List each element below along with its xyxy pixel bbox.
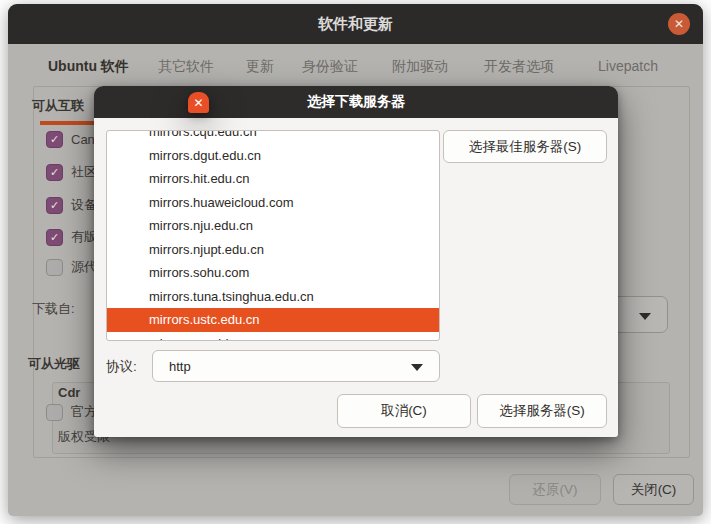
protocol-label: 协议: <box>106 358 137 376</box>
screen: 软件和更新 ✕ Ubuntu 软件 其它软件 更新 身份验证 附加驱动 开发者选… <box>0 0 711 524</box>
checkbox-unchecked-icon[interactable]: ✓ <box>46 259 63 276</box>
checkbox-checked-icon[interactable]: ✓ <box>46 164 63 181</box>
select-server-button[interactable]: 选择服务器(S) <box>477 394 607 428</box>
check-glyph: ✓ <box>50 199 59 212</box>
window-title: 软件和更新 <box>318 15 393 34</box>
protocol-value: http <box>153 359 191 374</box>
tab-authentication[interactable]: 身份验证 <box>302 58 358 76</box>
check-glyph: ✓ <box>50 406 59 419</box>
select-best-server-label: 选择最佳服务器(S) <box>469 138 582 156</box>
checkbox-row-canonical[interactable]: ✓ Can <box>46 131 95 148</box>
mirror-row[interactable]: mirrors.tuna.tsinghua.edu.cn <box>107 285 439 309</box>
checkbox-checked-icon[interactable]: ✓ <box>46 197 63 214</box>
tab-livepatch[interactable]: Livepatch <box>598 58 658 74</box>
mirror-row[interactable]: mirrors.cqu.edu.cn <box>107 130 439 144</box>
tab-additional-drivers[interactable]: 附加驱动 <box>392 58 448 76</box>
check-glyph: ✓ <box>50 166 59 179</box>
checkbox-row-cdrom-official[interactable]: ✓ 官方 <box>46 403 97 421</box>
download-from-label: 下载自: <box>32 300 75 318</box>
choose-server-dialog: 选择下载服务器 ✕ mirrors.cqu.edu.cnmirrors.dgut… <box>94 86 618 437</box>
checkbox-label: Can <box>71 132 95 147</box>
mirror-list[interactable]: mirrors.cqu.edu.cnmirrors.dgut.edu.cnmir… <box>106 130 440 341</box>
mirror-row[interactable]: mirrors.yun-idc.com <box>107 332 439 342</box>
checkbox-checked-icon[interactable]: ✓ <box>46 229 63 246</box>
cdrom-title: Cdr <box>58 385 80 400</box>
check-glyph: ✓ <box>50 261 59 274</box>
check-glyph: ✓ <box>50 133 59 146</box>
tab-bar: Ubuntu 软件 其它软件 更新 身份验证 附加驱动 开发者选项 Livepa… <box>8 44 703 90</box>
mirror-row[interactable]: mirrors.njupt.edu.cn <box>107 238 439 262</box>
mirror-row[interactable]: mirrors.hit.edu.cn <box>107 167 439 191</box>
check-glyph: ✓ <box>50 231 59 244</box>
mirror-row[interactable]: mirrors.nju.edu.cn <box>107 214 439 238</box>
chevron-down-icon <box>639 313 651 320</box>
tab-ubuntu-software[interactable]: Ubuntu 软件 <box>48 58 129 76</box>
checkbox-row-devices[interactable]: ✓ 设备 <box>46 196 97 214</box>
mirror-row[interactable]: mirrors.huaweicloud.com <box>107 191 439 215</box>
cancel-button[interactable]: 取消(C) <box>337 394 471 428</box>
close-glyph: ✕ <box>193 97 203 109</box>
protocol-dropdown[interactable]: http <box>152 350 440 382</box>
checkbox-row-restricted[interactable]: ✓ 有版 <box>46 228 97 246</box>
revert-button-label: 还原(V) <box>533 481 578 499</box>
close-glyph: ✕ <box>674 18 684 30</box>
revert-button[interactable]: 还原(V) <box>509 474 601 505</box>
window-close-icon[interactable]: ✕ <box>668 13 690 35</box>
mirror-row[interactable]: mirrors.dgut.edu.cn <box>107 144 439 168</box>
select-server-button-label: 选择服务器(S) <box>499 402 585 420</box>
close-button-label: 关闭(C) <box>631 481 677 499</box>
checkbox-checked-icon[interactable]: ✓ <box>46 131 63 148</box>
close-button[interactable]: 关闭(C) <box>613 474 694 505</box>
cdrom-section-header: 可从光驱 <box>28 355 80 373</box>
tab-developer-options[interactable]: 开发者选项 <box>484 58 554 76</box>
checkbox-row-community[interactable]: ✓ 社区 <box>46 163 97 181</box>
checkbox-row-source[interactable]: ✓ 源代 <box>46 258 97 276</box>
mirror-rows: mirrors.cqu.edu.cnmirrors.dgut.edu.cnmir… <box>107 130 439 341</box>
dialog-close-icon[interactable]: ✕ <box>188 92 209 113</box>
cancel-button-label: 取消(C) <box>381 402 427 420</box>
window-titlebar[interactable]: 软件和更新 ✕ <box>8 4 703 44</box>
checkbox-unchecked-icon[interactable]: ✓ <box>46 404 63 421</box>
internet-section-header: 可从互联 <box>32 97 84 115</box>
mirror-row[interactable]: mirrors.ustc.edu.cn <box>107 308 439 332</box>
select-best-server-button[interactable]: 选择最佳服务器(S) <box>443 130 607 163</box>
tab-other-software[interactable]: 其它软件 <box>158 58 214 76</box>
tab-updates[interactable]: 更新 <box>246 58 274 76</box>
dialog-titlebar[interactable]: 选择下载服务器 ✕ <box>94 86 618 118</box>
chevron-down-icon <box>411 364 423 371</box>
mirror-row[interactable]: mirrors.sohu.com <box>107 261 439 285</box>
dialog-title: 选择下载服务器 <box>307 93 405 111</box>
